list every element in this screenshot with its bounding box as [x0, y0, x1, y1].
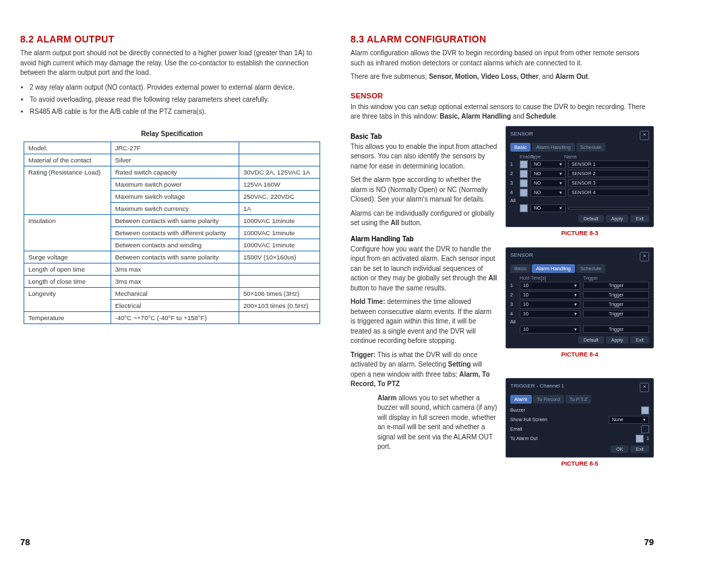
basic-tab-heading: Basic Tab: [351, 133, 497, 140]
fullscreen-select[interactable]: None▾: [609, 416, 649, 424]
trigger-button[interactable]: Trigger: [583, 282, 649, 289]
checkbox-icon[interactable]: [520, 170, 528, 178]
type-select[interactable]: NO▾: [530, 179, 566, 187]
cell: 3ms max: [111, 275, 239, 287]
window-title: TRIGGER - Channel 1: [510, 383, 564, 392]
alarm-desc: Alarm allows you to set whether a buzzer…: [377, 394, 497, 452]
tab-alarm-handling[interactable]: Alarm Handling: [532, 143, 574, 152]
section-title-8-3: 8.3 ALARM CONFIGURATION: [351, 34, 654, 44]
hold-select[interactable]: 10▾: [520, 310, 580, 318]
checkbox-icon[interactable]: [641, 406, 649, 414]
checkbox-icon[interactable]: [520, 179, 528, 187]
page-number-left: 78: [20, 537, 30, 547]
checkbox-icon[interactable]: [520, 204, 528, 212]
sensor-basic-screenshot: SENSOR× Basic Alarm Handling Schedule En…: [506, 126, 654, 227]
sensor-name[interactable]: SENSOR 1: [568, 160, 649, 168]
tab-basic[interactable]: Basic: [510, 143, 530, 152]
tab-schedule[interactable]: Schedule: [576, 143, 605, 152]
submenus-text: There are five submenus; Sensor, Motion,…: [351, 72, 654, 82]
hold-select[interactable]: 10▾: [520, 301, 580, 309]
cell: Surge voltage: [24, 251, 111, 263]
apply-button[interactable]: Apply: [606, 215, 629, 222]
alarmout-value: 1: [646, 436, 649, 441]
picture-label-8-4: PICTURE 8-4: [506, 351, 654, 358]
picture-label-8-5: PICTURE 8-5: [506, 460, 654, 467]
cell: [239, 154, 320, 166]
cell: 1000VAC 1minute: [239, 226, 320, 239]
cell: Rated switch capacity: [111, 166, 239, 178]
cell: 1000VAC 1minute: [239, 239, 320, 251]
close-icon[interactable]: ×: [640, 131, 649, 140]
sensor-name[interactable]: [568, 207, 649, 210]
cell: 50×106 times (3Hz): [239, 287, 320, 299]
cell: [239, 275, 320, 287]
close-icon[interactable]: ×: [640, 383, 649, 392]
cell: Length of open time: [24, 263, 111, 275]
cell: 200×103 times (0.5Hz): [239, 299, 320, 311]
cell: 125VA 160W: [239, 178, 320, 190]
hold-select[interactable]: 10▾: [520, 325, 580, 334]
cell: Mechanical: [111, 287, 239, 299]
cell: Between contacts with different polarity: [111, 226, 239, 239]
page-number-right: 79: [644, 537, 654, 547]
col-type: Type: [530, 154, 562, 159]
window-title: SENSOR: [510, 252, 533, 261]
cell: Length of close time: [24, 275, 111, 287]
trigger-button[interactable]: Trigger: [583, 291, 649, 299]
sensor-name[interactable]: SENSOR 2: [568, 170, 649, 177]
intro-text: Alarm configuration allows the DVR to be…: [351, 49, 654, 68]
cell: 1A: [239, 202, 320, 214]
tab-schedule[interactable]: Schedule: [576, 264, 605, 273]
cell: Between contacts with same polarity: [111, 214, 239, 226]
tab-alarm[interactable]: Alarm: [510, 395, 532, 404]
tab-basic[interactable]: Basic: [510, 264, 530, 273]
cell: Material of the contact: [24, 154, 111, 166]
trigger-button[interactable]: Trigger: [583, 301, 649, 308]
ok-button[interactable]: OK: [611, 445, 628, 453]
sensor-handling-screenshot: SENSOR× Basic Alarm Handling Schedule Ho…: [506, 247, 654, 348]
bullet-2: To avoid overloading, please read the fo…: [30, 94, 324, 104]
checkbox-icon[interactable]: [641, 425, 649, 433]
type-select[interactable]: NO▾: [530, 189, 566, 197]
trigger-button[interactable]: Trigger: [583, 310, 649, 317]
bullet-1: 2 way relay alarm output (NO contact). P…: [30, 82, 324, 92]
email-label: Email: [510, 427, 638, 431]
exit-button[interactable]: Exit: [630, 336, 649, 344]
type-select[interactable]: NO▾: [530, 204, 566, 212]
sensor-intro: In this window you can setup optional ex…: [351, 102, 654, 122]
basic-p1: This allows you to enable the input from…: [351, 142, 497, 172]
sensor-name[interactable]: SENSOR 3: [568, 179, 649, 187]
hold-select[interactable]: 10▾: [520, 282, 580, 290]
default-button[interactable]: Default: [578, 215, 604, 222]
type-select[interactable]: NO▾: [530, 170, 566, 178]
col-enable: Enable: [520, 154, 528, 159]
checkbox-icon[interactable]: [636, 435, 644, 443]
table-title: Relay Specification: [20, 130, 324, 137]
col-hold: Hold Time[s]: [520, 276, 580, 280]
trigger-button[interactable]: Trigger: [583, 325, 649, 333]
cell: Model:: [24, 142, 111, 154]
cell: [239, 263, 320, 275]
basic-p3: Alarms can be individually configured or…: [351, 209, 497, 228]
default-button[interactable]: Default: [578, 336, 604, 344]
hold-select[interactable]: 10▾: [520, 291, 580, 299]
alarm-handling-heading: Alarm Handling Tab: [351, 235, 497, 243]
exit-button[interactable]: Exit: [630, 445, 649, 453]
tab-to-record[interactable]: To Record: [533, 395, 564, 404]
cell: Insulation: [24, 214, 111, 251]
apply-button[interactable]: Apply: [606, 336, 629, 344]
trigger-screenshot: TRIGGER - Channel 1× Alarm To Record To …: [506, 378, 654, 458]
cell: 30VDC 2A, 125VAC 1A: [239, 166, 320, 178]
close-icon[interactable]: ×: [640, 252, 649, 261]
checkbox-icon[interactable]: [520, 189, 528, 197]
tab-alarm-handling[interactable]: Alarm Handling: [532, 264, 574, 273]
cell: 1000VAC 1minute: [239, 214, 320, 226]
window-title: SENSOR: [510, 131, 533, 140]
tab-to-ptz[interactable]: To P.T.Z: [566, 395, 592, 404]
checkbox-icon[interactable]: [520, 160, 528, 168]
sensor-name[interactable]: SENSOR 4: [568, 189, 649, 196]
cell: JRC-27F: [111, 142, 239, 154]
exit-button[interactable]: Exit: [630, 215, 649, 222]
type-select[interactable]: NO▾: [530, 160, 566, 168]
cell: [239, 311, 320, 323]
